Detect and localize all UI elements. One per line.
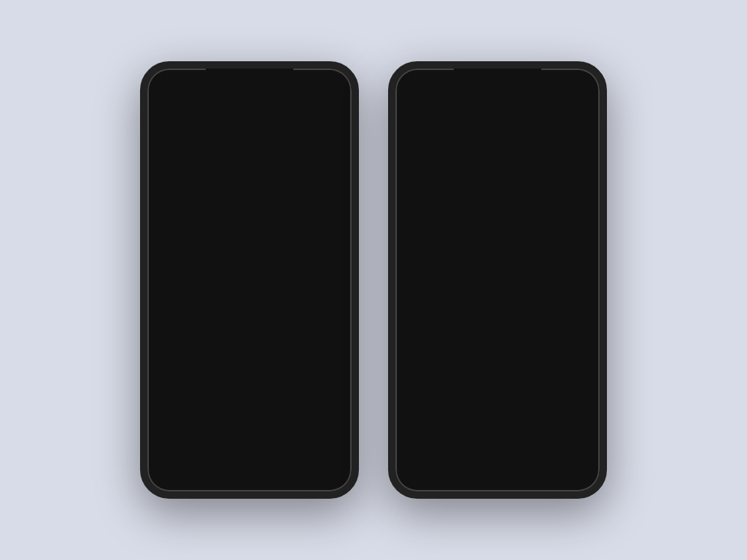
menu-line-d1 bbox=[411, 100, 426, 101]
battery-icon: ▮ bbox=[333, 76, 337, 84]
origin-field-left: ✈ Italy - Rome bbox=[169, 203, 233, 215]
passengers-icon-dark: 👤 bbox=[417, 170, 430, 182]
bottom-nav-dark: ⌂ Home ≋ Filters ✈ Flights 👤 Profile bbox=[395, 453, 600, 491]
dates-text: 26 July 2020 - 12 August 2020 bbox=[189, 271, 307, 281]
wifi-icon-dark: ᯤ bbox=[570, 76, 578, 84]
form-section-light: 👤 2 Adults - 1 Child ▾ ✈ Italy - Rome ▾ bbox=[147, 163, 352, 402]
screen-content-light: Book Your Flight Where do you want to go… bbox=[147, 88, 352, 491]
status-bar-dark: 6:18 ▲ ᯤ ▮ bbox=[395, 69, 600, 88]
search-button-dark[interactable]: Search Flights 🔍 bbox=[407, 413, 588, 444]
destination-field-light[interactable]: 🛬 New York - USA ▾ bbox=[159, 230, 340, 256]
dates-chevron: ▾ bbox=[325, 271, 330, 281]
profile-label-light: Profile bbox=[317, 475, 336, 483]
page-subtitle-light: Where do you want to go? bbox=[159, 144, 340, 154]
passengers-icon: 👤 bbox=[169, 170, 182, 182]
home-label-light: Home bbox=[164, 475, 182, 482]
form-section-dark: 👤 2 Adults - 1 Child ▾ ✈ Italy - Rome ▾ bbox=[395, 163, 600, 402]
dates-field-dark[interactable]: 📅 26 July 2020 - 12 August 2020 ▾ bbox=[407, 263, 588, 289]
dates-field-light[interactable]: 📅 26 July 2020 - 12 August 2020 ▾ bbox=[159, 263, 340, 289]
page-title-light: Book Your Flight bbox=[159, 127, 340, 142]
nav-filters-light[interactable]: ≋ Filters bbox=[198, 459, 249, 483]
title-section-light: Book Your Flight Where do you want to go… bbox=[147, 121, 352, 163]
profile-icon-dark: 👤 bbox=[567, 459, 581, 473]
destination-chevron-dark: ▾ bbox=[573, 238, 578, 248]
origin-chevron-dark: ▾ bbox=[573, 204, 578, 214]
menu-line-2 bbox=[163, 104, 178, 106]
status-icons-dark: ▲ ᯤ ▮ bbox=[560, 76, 585, 84]
bottom-nav-light: ⌂ Home ≋ Filters ✈ Flights 👤 Profile bbox=[147, 453, 352, 491]
menu-line-d3 bbox=[411, 109, 426, 110]
status-time-light: 6:18 bbox=[162, 74, 179, 85]
origin-icon-dark: ✈ bbox=[417, 203, 426, 215]
nav-flights-dark[interactable]: ✈ Flights bbox=[498, 459, 549, 483]
destination-chevron: ▾ bbox=[325, 238, 330, 248]
search-button-label-dark: Search Flights bbox=[417, 424, 483, 435]
menu-line-d2 bbox=[411, 104, 426, 106]
dates-icon: 📅 bbox=[169, 271, 182, 282]
profile-label-dark: Profile bbox=[565, 475, 584, 483]
destination-icon: 🛬 bbox=[169, 237, 182, 249]
dates-chevron-dark: ▾ bbox=[573, 271, 578, 281]
home-icon-dark: ⌂ bbox=[417, 459, 425, 472]
status-time-dark: 6:18 bbox=[410, 74, 427, 85]
destination-text-dark: New York - USA bbox=[437, 238, 500, 248]
dates-text-dark: 26 July 2020 - 12 August 2020 bbox=[437, 271, 555, 281]
search-icon-light: 🔍 bbox=[317, 423, 330, 435]
passengers-field-dark[interactable]: 👤 2 Adults - 1 Child ▾ bbox=[407, 163, 588, 189]
origin-field-dark[interactable]: ✈ Italy - Rome ▾ bbox=[407, 196, 588, 222]
nav-home-light[interactable]: ⌂ Home bbox=[147, 459, 198, 483]
destination-field-left: 🛬 New York - USA bbox=[169, 237, 252, 249]
filters-icon-light: ≋ bbox=[220, 459, 229, 473]
dates-field-left-dark: 📅 26 July 2020 - 12 August 2020 bbox=[417, 271, 555, 282]
flights-label-dark: Flights bbox=[514, 475, 533, 483]
nav-flights-light[interactable]: ✈ Flights bbox=[249, 459, 301, 483]
battery-icon-dark: ▮ bbox=[581, 76, 585, 84]
passengers-field-left: 👤 2 Adults - 1 Child bbox=[169, 170, 255, 182]
origin-text-dark: Italy - Rome bbox=[433, 204, 481, 214]
destination-field-dark[interactable]: 🛬 New York - USA ▾ bbox=[407, 230, 588, 256]
flights-icon-dark: ✈ bbox=[519, 459, 528, 473]
home-icon-light: ⌂ bbox=[169, 459, 177, 472]
nav-filters-dark[interactable]: ≋ Filters bbox=[446, 459, 498, 483]
phone-screen-light: 6:18 ▲ ᯤ ▮ Book Your Flight Where do you… bbox=[147, 69, 352, 491]
menu-line-3 bbox=[163, 109, 178, 110]
filters-label-dark: Filters bbox=[463, 475, 481, 483]
phone-screen-dark: 6:18 ▲ ᯤ ▮ Book Your Flight Where do you… bbox=[395, 69, 600, 491]
origin-field-light[interactable]: ✈ Italy - Rome ▾ bbox=[159, 196, 340, 222]
phone-dark: 6:18 ▲ ᯤ ▮ Book Your Flight Where do you… bbox=[388, 61, 607, 499]
flights-icon-light: ✈ bbox=[271, 459, 280, 473]
signal-icon-dark: ▲ bbox=[560, 76, 568, 84]
dates-icon-dark: 📅 bbox=[417, 271, 430, 282]
origin-field-left-dark: ✈ Italy - Rome bbox=[417, 203, 481, 215]
origin-chevron: ▾ bbox=[325, 204, 330, 214]
search-button-label-light: Search Flights bbox=[169, 424, 235, 435]
status-bar-light: 6:18 ▲ ᯤ ▮ bbox=[147, 69, 352, 88]
phone-light: 6:18 ▲ ᯤ ▮ Book Your Flight Where do you… bbox=[140, 61, 359, 499]
signal-icon: ▲ bbox=[312, 76, 320, 84]
profile-icon-light: 👤 bbox=[319, 459, 333, 473]
nav-profile-dark[interactable]: 👤 Profile bbox=[549, 459, 600, 483]
destination-field-left-dark: 🛬 New York - USA bbox=[417, 237, 500, 249]
search-button-light[interactable]: Search Flights 🔍 bbox=[159, 413, 340, 444]
passengers-text: 2 Adults - 1 Child bbox=[189, 171, 255, 181]
passengers-field-left-dark: 👤 2 Adults - 1 Child bbox=[417, 170, 503, 182]
menu-line-1 bbox=[163, 100, 178, 101]
page-subtitle-dark: Where do you want to go? bbox=[407, 144, 588, 154]
passengers-chevron-dark: ▾ bbox=[573, 171, 578, 181]
header-dark bbox=[395, 88, 600, 121]
destination-icon-dark: 🛬 bbox=[417, 237, 430, 249]
page-title-dark: Book Your Flight bbox=[407, 127, 588, 142]
home-label-dark: Home bbox=[412, 475, 430, 482]
passengers-field-light[interactable]: 👤 2 Adults - 1 Child ▾ bbox=[159, 163, 340, 189]
passengers-chevron: ▾ bbox=[325, 171, 330, 181]
nav-home-dark[interactable]: ⌂ Home bbox=[395, 459, 446, 483]
destination-text: New York - USA bbox=[189, 238, 252, 248]
search-icon-dark: 🔍 bbox=[565, 423, 578, 435]
nav-profile-light[interactable]: 👤 Profile bbox=[301, 459, 352, 483]
filters-label-light: Filters bbox=[215, 475, 233, 483]
menu-button-light[interactable] bbox=[159, 93, 182, 117]
wifi-icon: ᯤ bbox=[322, 76, 330, 84]
menu-button-dark[interactable] bbox=[407, 93, 430, 117]
dates-field-left: 📅 26 July 2020 - 12 August 2020 bbox=[169, 271, 307, 282]
origin-text: Italy - Rome bbox=[185, 204, 233, 214]
